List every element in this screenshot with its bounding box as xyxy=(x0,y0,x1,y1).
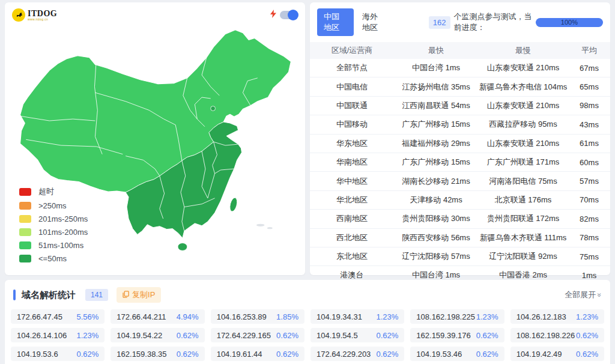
ip-stat-chip[interactable]: 104.19.42.49 0.62% xyxy=(510,347,604,361)
ip-stat-chip[interactable]: 108.162.198.225 1.23% xyxy=(410,309,504,324)
copy-ip-label: 复制IP xyxy=(132,290,155,300)
map-mode-toggle[interactable] xyxy=(280,11,298,19)
dog-logo-icon xyxy=(12,8,25,22)
cell-slowest: 山东泰安联通 210ms xyxy=(478,62,568,73)
ip-percentage: 4.94% xyxy=(177,312,199,321)
ip-percentage: 0.62% xyxy=(476,331,498,340)
cell-region: 东北地区 xyxy=(310,251,394,262)
ip-stat-chip[interactable]: 108.162.198.226 0.62% xyxy=(510,328,604,342)
cell-average: 57ms xyxy=(568,177,610,186)
ip-stat-chip[interactable]: 162.159.38.35 0.62% xyxy=(111,347,204,361)
ip-stat-chip[interactable]: 104.19.53.6 0.62% xyxy=(11,347,105,361)
toggle-knob xyxy=(288,10,298,20)
ip-stat-chip[interactable]: 172.66.44.211 4.94% xyxy=(111,309,204,324)
table-body: 全部节点 中国台湾 1ms 山东泰安联通 210ms 67ms 中国电信 江苏扬… xyxy=(310,59,610,285)
table-row[interactable]: 华中地区 湖南长沙移动 21ms 河南洛阳电信 75ms 57ms xyxy=(310,172,610,190)
title-accent-bar xyxy=(13,290,16,300)
ip-percentage: 1.85% xyxy=(276,312,298,321)
cell-slowest: 新疆乌鲁木齐电信 104ms xyxy=(478,82,568,93)
legend-item: <=50ms xyxy=(19,254,88,263)
cell-slowest: 山东泰安联通 210ms xyxy=(478,138,568,149)
map-hainan-island[interactable] xyxy=(178,243,187,251)
legend-swatch xyxy=(19,228,31,236)
cell-fastest: 陕西西安移动 56ms xyxy=(394,232,478,243)
cell-slowest: 新疆乌鲁木齐联通 111ms xyxy=(478,232,568,243)
cell-slowest: 贵州贵阳联通 172ms xyxy=(478,213,568,224)
table-row[interactable]: 中国联通 江西南昌联通 54ms 山东泰安联通 210ms 98ms xyxy=(310,97,610,115)
ip-stat-chip[interactable]: 104.19.61.44 0.62% xyxy=(211,347,304,361)
results-header: 中国地区 海外地区 162 个监测点参与测试，当前进度： 100% xyxy=(310,2,610,40)
copy-ip-button[interactable]: 复制IP xyxy=(117,287,161,303)
ip-address: 172.64.229.165 xyxy=(217,331,271,340)
ip-address: 104.19.53.6 xyxy=(17,350,58,359)
table-row[interactable]: 西南地区 贵州贵阳移动 30ms 贵州贵阳联通 172ms 82ms xyxy=(310,210,610,228)
ip-address: 104.26.12.183 xyxy=(517,312,566,321)
ip-address: 162.159.39.176 xyxy=(416,331,470,340)
table-row[interactable]: 西北地区 陕西西安移动 56ms 新疆乌鲁木齐联通 111ms 78ms xyxy=(310,229,610,247)
table-row[interactable]: 全部节点 中国台湾 1ms 山东泰安联通 210ms 67ms xyxy=(310,59,610,77)
progress-bar: 100% xyxy=(536,18,603,27)
map-taiwan-island[interactable] xyxy=(229,197,238,212)
ip-stat-chip[interactable]: 104.16.253.89 1.85% xyxy=(211,309,304,324)
table-row[interactable]: 华东地区 福建福州移动 29ms 山东泰安联通 210ms 61ms xyxy=(310,135,610,153)
tab-china-region[interactable]: 中国地区 xyxy=(317,8,354,36)
ip-stat-chip[interactable]: 172.64.229.165 0.62% xyxy=(211,328,304,342)
legend-label: 101ms-200ms xyxy=(38,228,88,237)
col-header-region: 区域/运营商 xyxy=(310,45,394,56)
tab-overseas-region[interactable]: 海外地区 xyxy=(362,11,386,33)
chevron-double-down-icon: » xyxy=(596,293,604,297)
ip-address: 108.162.198.225 xyxy=(416,312,475,321)
cell-region: 港澳台 xyxy=(310,270,394,281)
lightning-icon xyxy=(270,10,276,20)
table-row[interactable]: 华南地区 广东广州移动 15ms 广东广州联通 171ms 60ms xyxy=(310,153,610,172)
ip-stat-chip[interactable]: 104.19.34.31 1.23% xyxy=(311,309,404,324)
cell-average: 67ms xyxy=(568,64,610,73)
table-row[interactable]: 中国电信 江苏扬州电信 35ms 新疆乌鲁木齐电信 104ms 65ms xyxy=(310,77,610,96)
cell-region: 西北地区 xyxy=(310,232,394,243)
cell-fastest: 辽宁沈阳移动 57ms xyxy=(394,251,478,262)
ip-percentage: 0.62% xyxy=(276,350,298,359)
ip-stat-chip[interactable]: 104.19.54.22 0.62% xyxy=(111,328,204,342)
ip-address: 108.162.198.226 xyxy=(517,331,575,340)
ip-stat-chip[interactable]: 162.159.39.176 0.62% xyxy=(410,328,504,342)
legend-item: 201ms-250ms xyxy=(19,214,88,223)
ip-address: 104.19.54.5 xyxy=(317,331,358,340)
ip-stat-chip[interactable]: 104.19.53.46 0.62% xyxy=(410,347,504,361)
ip-address: 104.16.253.89 xyxy=(217,312,267,321)
latency-legend: 超时 >250ms 201ms-250ms 101ms-200ms 51ms-1… xyxy=(19,186,88,263)
cell-average: 43ms xyxy=(568,120,610,129)
ip-stat-chip[interactable]: 104.26.12.183 1.23% xyxy=(510,309,604,324)
cell-region: 华北地区 xyxy=(310,195,394,205)
china-map-panel: ITDOG www.itdog.cn xyxy=(5,2,305,275)
dns-panel-title: 域名解析统计 xyxy=(22,290,76,301)
cell-region: 全部节点 xyxy=(310,62,394,73)
table-row[interactable]: 中国移动 广东广州移动 15ms 西藏拉萨移动 95ms 43ms xyxy=(310,115,610,134)
cell-region: 华东地区 xyxy=(310,138,394,149)
expand-all-button[interactable]: 全部展开 » xyxy=(565,290,602,300)
legend-item: 101ms-200ms xyxy=(19,228,88,237)
ip-percentage: 0.62% xyxy=(576,350,598,359)
cell-slowest: 辽宁沈阳联通 92ms xyxy=(478,251,568,262)
col-header-slowest: 最慢 xyxy=(478,45,568,56)
ip-stat-chip[interactable]: 172.64.229.203 0.62% xyxy=(311,347,404,361)
ip-stat-chip[interactable]: 104.26.14.106 1.23% xyxy=(11,328,105,342)
cell-slowest: 中国香港 2ms xyxy=(478,270,568,281)
cell-average: 70ms xyxy=(568,195,610,204)
cell-average: 82ms xyxy=(568,214,610,223)
table-header-row: 区域/运营商 最快 最慢 平均 xyxy=(310,42,610,59)
ip-stat-chip[interactable]: 104.19.54.5 0.62% xyxy=(311,328,404,342)
map-beijing-dot[interactable] xyxy=(211,106,216,111)
table-row[interactable]: 东北地区 辽宁沈阳移动 57ms 辽宁沈阳联通 92ms 75ms xyxy=(310,247,610,266)
ip-percentage: 0.62% xyxy=(76,350,98,359)
ip-percentage: 0.62% xyxy=(476,350,498,359)
cell-average: 60ms xyxy=(568,158,610,167)
ip-percentage: 1.23% xyxy=(476,312,498,321)
ip-stat-chip[interactable]: 172.66.47.45 5.56% xyxy=(11,309,105,324)
cell-slowest: 北京联通 176ms xyxy=(478,195,568,205)
itdog-logo[interactable]: ITDOG www.itdog.cn xyxy=(12,8,57,22)
cell-slowest: 西藏拉萨移动 95ms xyxy=(478,119,568,130)
legend-item: 超时 xyxy=(19,186,88,197)
cell-region: 中国联通 xyxy=(310,100,394,111)
cell-average: 75ms xyxy=(568,252,610,261)
table-row[interactable]: 华北地区 天津移动 42ms 北京联通 176ms 70ms xyxy=(310,191,610,210)
